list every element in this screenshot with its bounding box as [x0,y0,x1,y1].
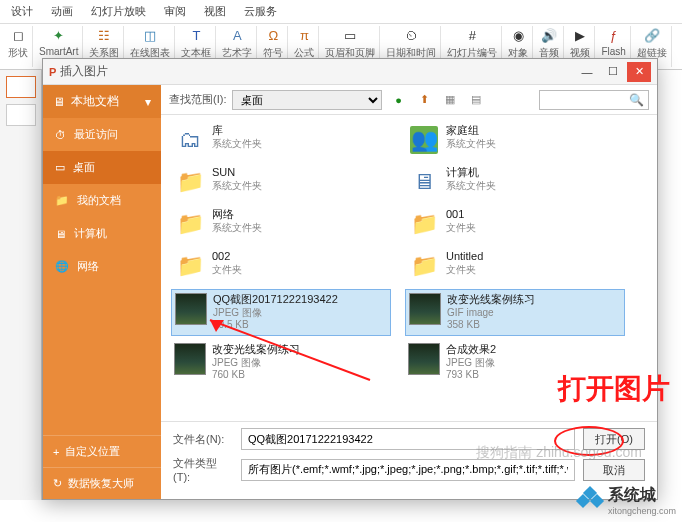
view-icon[interactable]: ▦ [440,90,460,110]
textbox-icon: T [187,26,205,44]
filename-input[interactable] [241,428,575,450]
sidebar-item-icon: ▭ [55,161,65,174]
image-thumb-icon [175,293,207,325]
ribbon-group-shape[interactable]: ◻形状 [4,26,33,67]
view2-icon[interactable]: ▤ [466,90,486,110]
go-icon[interactable]: ● [388,90,408,110]
chevron-down-icon[interactable]: ▾ [145,95,151,109]
file-name: 计算机 [446,166,496,180]
menu-item[interactable]: 视图 [195,0,235,23]
file-item[interactable]: 🗂库系统文件夹 [171,121,391,159]
menu-item[interactable]: 设计 [2,0,42,23]
file-size: 793 KB [446,369,496,382]
minimize-button[interactable]: — [575,62,599,82]
file-subtitle: 文件夹 [212,264,242,277]
menu-bar: 设计 动画 幻灯片放映 审阅 视图 云服务 [0,0,682,24]
sidebar-header: 🖥 本地文档 ▾ [43,85,161,118]
file-item[interactable]: 🖥计算机系统文件夹 [405,163,625,201]
sidebar-item-网络[interactable]: 🌐网络 [43,250,161,283]
file-name: 网络 [212,208,262,222]
file-name: 家庭组 [446,124,496,138]
image-thumb-icon [408,343,440,375]
file-name: 合成效果2 [446,343,496,357]
menu-item[interactable]: 动画 [42,0,82,23]
menu-item[interactable]: 云服务 [235,0,286,23]
dialog-title: 插入图片 [60,63,573,80]
video-icon: ▶ [571,26,589,44]
date-icon: ⏲ [402,26,420,44]
file-item[interactable]: 改变光线案例练习GIF image358 KB [405,289,625,336]
maximize-button[interactable]: ☐ [601,62,625,82]
file-item[interactable]: 合成效果2JPEG 图像793 KB [405,340,625,385]
folder-icon: 📁 [174,250,206,282]
search-icon: 🔍 [629,93,644,107]
sidebar-item-label: 我的文档 [77,193,121,208]
file-item[interactable]: 📁网络系统文件夹 [171,205,391,243]
path-select[interactable]: 桌面 [232,90,382,110]
file-subtitle: 文件夹 [446,264,483,277]
insert-image-dialog: P 插入图片 — ☐ ✕ 🖥 本地文档 ▾ ⏱最近访问▭桌面📁我的文档🖥计算机🌐… [42,58,658,500]
sidebar-footer-icon: + [53,446,59,458]
file-item[interactable]: 📁Untitled文件夹 [405,247,625,285]
file-subtitle: 系统文件夹 [446,180,496,193]
slide-thumb[interactable] [6,104,36,126]
filetype-select[interactable] [241,459,575,481]
file-name: SUN [212,166,262,180]
sidebar-item-icon: 🖥 [55,228,66,240]
slide-thumb[interactable] [6,76,36,98]
dialog-sidebar: 🖥 本地文档 ▾ ⏱最近访问▭桌面📁我的文档🖥计算机🌐网络 +自定义位置↻数据恢… [43,85,161,499]
sidebar-item-最近访问[interactable]: ⏱最近访问 [43,118,161,151]
smartart-icon: ✦ [50,26,68,44]
file-subtitle: GIF image [447,307,535,320]
folder-icon: 📁 [174,166,206,198]
file-size: 40.5 KB [213,319,338,332]
file-item[interactable]: QQ截图20171222193422JPEG 图像40.5 KB [171,289,391,336]
number-icon: # [463,26,481,44]
folder-icon: 📁 [408,208,440,240]
image-thumb-icon [174,343,206,375]
file-subtitle: 系统文件夹 [212,222,262,235]
filename-label: 文件名(N): [173,432,233,447]
file-subtitle: JPEG 图像 [446,357,496,370]
file-subtitle: 文件夹 [446,222,476,235]
chart-icon: ◫ [141,26,159,44]
menu-item[interactable]: 审阅 [155,0,195,23]
file-name: 库 [212,124,262,138]
equation-icon: π [295,26,313,44]
sidebar-item-label: 最近访问 [74,127,118,142]
search-input[interactable]: 🔍 [539,90,649,110]
dialog-footer: 文件名(N): 打开(O) 文件类型(T): 取消 [161,421,657,499]
menu-item[interactable]: 幻灯片放映 [82,0,155,23]
file-item[interactable]: 改变光线案例练习JPEG 图像760 KB [171,340,391,385]
file-name: 002 [212,250,242,264]
flash-icon: ƒ [605,26,623,44]
sidebar-footer-自定义位置[interactable]: +自定义位置 [43,435,161,467]
folder-icon: 📁 [174,208,206,240]
file-size: 760 KB [212,369,300,382]
sidebar-item-label: 桌面 [73,160,95,175]
library-icon: 🗂 [174,124,206,156]
file-item[interactable]: 👥家庭组系统文件夹 [405,121,625,159]
sidebar-footer-数据恢复大师[interactable]: ↻数据恢复大师 [43,467,161,499]
sidebar-item-label: 网络 [77,259,99,274]
file-item[interactable]: 📁001文件夹 [405,205,625,243]
dialog-main: 查找范围(I): 桌面 ● ⬆ ▦ ▤ 🔍 🗂库系统文件夹👥家庭组系统文件夹📁S… [161,85,657,499]
sidebar-item-label: 计算机 [74,226,107,241]
up-icon[interactable]: ⬆ [414,90,434,110]
sidebar-footer-icon: ↻ [53,477,62,490]
close-button[interactable]: ✕ [627,62,651,82]
audio-icon: 🔊 [540,26,558,44]
file-name: 001 [446,208,476,222]
shape-icon: ◻ [9,26,27,44]
cancel-button[interactable]: 取消 [583,459,645,481]
file-item[interactable]: 📁SUN系统文件夹 [171,163,391,201]
path-label: 查找范围(I): [169,92,226,107]
file-item[interactable]: 📁002文件夹 [171,247,391,285]
open-button[interactable]: 打开(O) [583,428,645,450]
sidebar-item-桌面[interactable]: ▭桌面 [43,151,161,184]
folder-icon: 📁 [408,250,440,282]
file-subtitle: JPEG 图像 [212,357,300,370]
sidebar-item-计算机[interactable]: 🖥计算机 [43,217,161,250]
wordart-icon: A [228,26,246,44]
sidebar-item-我的文档[interactable]: 📁我的文档 [43,184,161,217]
